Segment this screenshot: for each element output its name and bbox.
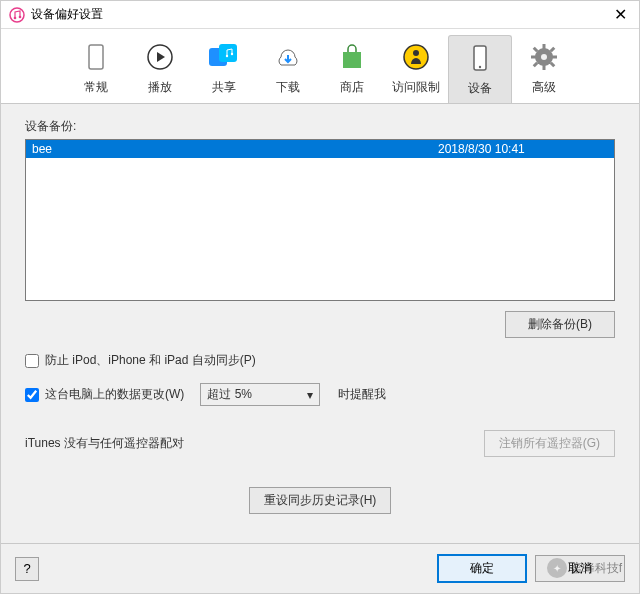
sharing-icon (206, 39, 242, 75)
svg-rect-18 (543, 65, 546, 70)
svg-rect-10 (343, 52, 361, 68)
help-button[interactable]: ? (15, 557, 39, 581)
pairing-status: iTunes 没有与任何遥控器配对 (25, 435, 184, 452)
cancel-button[interactable]: 取消 (535, 555, 625, 582)
tab-downloads[interactable]: 下载 (256, 35, 320, 103)
tab-devices[interactable]: 设备 (448, 35, 512, 103)
window-title: 设备偏好设置 (31, 6, 610, 23)
svg-point-11 (404, 45, 428, 69)
backup-date: 2018/8/30 10:41 (438, 142, 608, 156)
svg-point-14 (479, 66, 481, 68)
svg-point-8 (226, 55, 228, 57)
tab-bar: 常规 播放 共享 下载 商店 访问限制 设备 高级 (1, 29, 639, 104)
svg-point-16 (541, 54, 547, 60)
backup-row[interactable]: bee 2018/8/30 10:41 (26, 140, 614, 158)
warn-label: 这台电脑上的数据更改(W) (45, 386, 184, 403)
backup-list[interactable]: bee 2018/8/30 10:41 (25, 139, 615, 301)
prevent-sync-checkbox[interactable] (25, 354, 39, 368)
forget-remotes-button: 注销所有遥控器(G) (484, 430, 615, 457)
bottom-bar: ? 确定 取消 (1, 543, 639, 593)
svg-point-9 (231, 53, 233, 55)
general-icon (78, 39, 114, 75)
svg-rect-19 (531, 56, 536, 59)
tab-restrictions[interactable]: 访问限制 (384, 35, 448, 103)
prevent-sync-label: 防止 iPod、iPhone 和 iPad 自动同步(P) (45, 352, 256, 369)
svg-rect-20 (552, 56, 557, 59)
chevron-down-icon: ▾ (307, 388, 313, 402)
close-icon[interactable]: ✕ (610, 5, 631, 24)
svg-rect-3 (89, 45, 103, 69)
backup-label: 设备备份: (25, 118, 615, 135)
tab-general[interactable]: 常规 (64, 35, 128, 103)
warn-threshold-select[interactable]: 超过 5% ▾ (200, 383, 320, 406)
backup-name: bee (32, 142, 438, 156)
titlebar: 设备偏好设置 ✕ (1, 1, 639, 29)
reset-sync-history-button[interactable]: 重设同步历史记录(H) (249, 487, 392, 514)
gear-icon (526, 39, 562, 75)
svg-rect-7 (219, 44, 237, 62)
svg-rect-17 (543, 44, 546, 49)
ok-button[interactable]: 确定 (437, 554, 527, 583)
play-icon (142, 39, 178, 75)
svg-point-1 (14, 16, 17, 19)
store-icon (334, 39, 370, 75)
tab-store[interactable]: 商店 (320, 35, 384, 103)
download-icon (270, 39, 306, 75)
tab-playback[interactable]: 播放 (128, 35, 192, 103)
svg-point-0 (10, 8, 24, 22)
warn-checkbox[interactable] (25, 388, 39, 402)
svg-point-12 (413, 50, 419, 56)
warn-suffix: 时提醒我 (338, 386, 386, 403)
tab-sharing[interactable]: 共享 (192, 35, 256, 103)
restrictions-icon (398, 39, 434, 75)
tab-advanced[interactable]: 高级 (512, 35, 576, 103)
svg-point-2 (19, 15, 22, 18)
delete-backup-button[interactable]: 删除备份(B) (505, 311, 615, 338)
devices-icon (462, 40, 498, 76)
itunes-icon (9, 7, 25, 23)
